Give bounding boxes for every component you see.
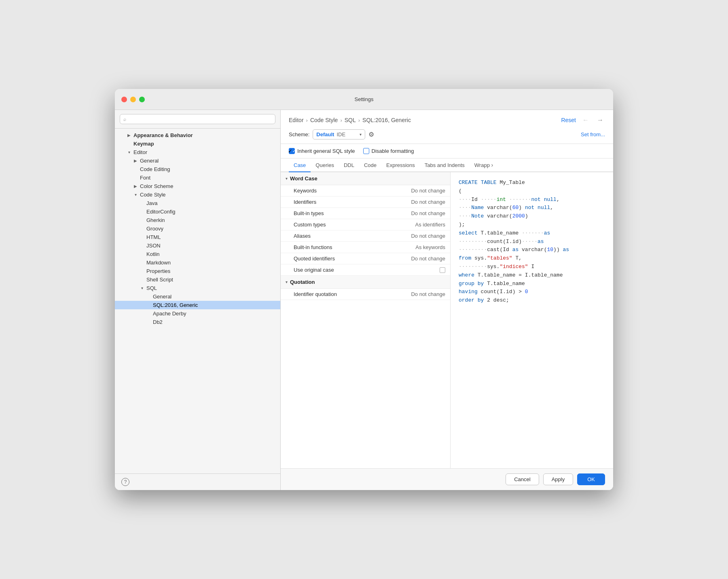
code-line: ·········cast(Id as varchar(10)) as (459, 246, 605, 254)
settings-key-keywords: Keywords (294, 188, 411, 194)
sidebar-item-code-style[interactable]: ▾ Code Style (115, 190, 280, 199)
settings-key-custom-types: Custom types (294, 222, 415, 228)
sidebar-item-label: General (153, 294, 171, 300)
settings-value-keywords: Do not change (411, 188, 445, 194)
settings-row-aliases[interactable]: Aliases Do not change (281, 230, 450, 242)
code-line: ····Note varchar(2000) (459, 212, 605, 221)
nav-forward-button[interactable]: → (595, 116, 605, 125)
breadcrumb-editor: Editor (289, 117, 304, 123)
sidebar-item-label: Keymap (133, 141, 154, 147)
code-line: select T.table_name ·······as (459, 229, 605, 238)
settings-row-builtin-types[interactable]: Built-in types Do not change (281, 208, 450, 219)
main-content-area: ⌕ ▶ Appearance & Behavior Keymap ▾ (115, 110, 613, 490)
sidebar-item-keymap[interactable]: Keymap (115, 139, 280, 148)
search-input[interactable] (129, 116, 272, 122)
sidebar-item-sql-2016-generic[interactable]: SQL:2016, Generic (115, 301, 280, 309)
checkbox-label-disable: Disable formatting (372, 148, 414, 154)
code-preview: CREATE TABLE My_Table ( ····Id ·····int … (451, 172, 613, 468)
maximize-button[interactable] (139, 97, 145, 102)
help-button[interactable]: ? (121, 478, 129, 486)
expand-chevron-icon: ▾ (286, 176, 288, 181)
tab-case[interactable]: Case (289, 159, 311, 172)
tab-code[interactable]: Code (359, 159, 381, 172)
tab-wrapping[interactable]: Wrapp › (470, 158, 498, 172)
tab-expressions[interactable]: Expressions (381, 159, 420, 172)
sidebar-item-properties[interactable]: Properties (115, 267, 280, 275)
sidebar-item-sql-general[interactable]: General (115, 292, 280, 301)
titlebar: Settings (115, 89, 613, 110)
scheme-dropdown[interactable]: Default IDE ▾ (313, 129, 365, 139)
sidebar-item-code-editing[interactable]: Code Editing (115, 165, 280, 173)
tab-queries[interactable]: Queries (311, 159, 339, 172)
sidebar-item-apache-derby[interactable]: Apache Derby (115, 309, 280, 318)
settings-value-custom-types: As identifiers (415, 222, 445, 228)
apply-button[interactable]: Apply (543, 473, 574, 485)
scheme-type: IDE (336, 131, 345, 137)
sidebar-item-shell-script[interactable]: Shell Script (115, 275, 280, 284)
settings-row-identifiers[interactable]: Identifiers Do not change (281, 197, 450, 208)
settings-value-identifier-quotation: Do not change (411, 291, 445, 297)
code-line: ····Name varchar(60) not null, (459, 204, 605, 212)
reset-button[interactable]: Reset (561, 117, 576, 123)
sidebar-item-general[interactable]: ▶ General (115, 156, 280, 165)
nav-back-button[interactable]: ← (581, 116, 590, 125)
sidebar-item-java[interactable]: Java (115, 199, 280, 207)
scheme-name: Default (316, 131, 334, 137)
sidebar-item-label: JSON (146, 243, 161, 249)
sidebar-item-appearance[interactable]: ▶ Appearance & Behavior (115, 131, 280, 139)
word-case-section-header[interactable]: ▾ Word Case (281, 172, 450, 185)
chevron-icon: ▾ (139, 286, 145, 290)
sidebar-item-editorconfig[interactable]: EditorConfig (115, 207, 280, 216)
code-line: CREATE TABLE My_Table (459, 179, 605, 187)
sidebar-item-font[interactable]: Font (115, 173, 280, 182)
sidebar-item-sql[interactable]: ▾ SQL (115, 284, 280, 292)
close-button[interactable] (121, 97, 127, 102)
use-original-case-checkbox[interactable] (440, 267, 445, 273)
sidebar-item-db2[interactable]: Db2 (115, 318, 280, 326)
sidebar-item-json[interactable]: JSON (115, 241, 280, 250)
settings-key-builtin-functions: Built-in functions (294, 244, 415, 250)
code-line: where T.table_name = I.table_name (459, 271, 605, 280)
sidebar-item-label: Java (146, 200, 157, 206)
more-icon: › (491, 162, 493, 168)
sidebar-item-markdown[interactable]: Markdown (115, 258, 280, 267)
settings-row-quoted-identifiers[interactable]: Quoted identifiers Do not change (281, 253, 450, 264)
quotation-section-header[interactable]: ▾ Quotation (281, 276, 450, 289)
settings-row-builtin-functions[interactable]: Built-in functions As keywords (281, 242, 450, 253)
settings-key-identifier-quotation: Identifier quotation (294, 291, 411, 297)
tabs-row: Case Queries DDL Code Expressions Tabs a… (281, 158, 613, 172)
code-line: group by T.table_name (459, 280, 605, 288)
sidebar-item-label: HTML (146, 234, 161, 240)
cancel-button[interactable]: Cancel (506, 473, 539, 485)
ok-button[interactable]: OK (577, 473, 605, 485)
breadcrumb-sql: SQL (345, 117, 356, 123)
sidebar-list: ▶ Appearance & Behavior Keymap ▾ Editor … (115, 129, 280, 473)
set-from-button[interactable]: Set from... (581, 131, 605, 137)
sidebar-item-kotlin[interactable]: Kotlin (115, 250, 280, 258)
disable-formatting-checkbox[interactable]: Disable formatting (363, 148, 414, 154)
sidebar-item-label: SQL (146, 285, 157, 291)
sidebar-item-html[interactable]: HTML (115, 233, 280, 241)
settings-row-custom-types[interactable]: Custom types As identifiers (281, 219, 450, 230)
breadcrumb-current: SQL:2016, Generic (362, 117, 411, 123)
inherit-general-sql-checkbox[interactable]: ✓ Inherit general SQL style (289, 148, 355, 154)
code-line: having count(I.id) > 0 (459, 288, 605, 296)
settings-row-keywords[interactable]: Keywords Do not change (281, 185, 450, 197)
settings-row-identifier-quotation[interactable]: Identifier quotation Do not change (281, 289, 450, 300)
sidebar-item-label: Shell Script (146, 277, 173, 283)
main-panel: Editor › Code Style › SQL › SQL:2016, Ge… (281, 110, 613, 490)
sidebar-item-groovy[interactable]: Groovy (115, 224, 280, 233)
sidebar-item-editor[interactable]: ▾ Editor (115, 148, 280, 156)
code-line: ·········sys."indices" I (459, 263, 605, 271)
tab-ddl[interactable]: DDL (339, 159, 359, 172)
sidebar-item-gherkin[interactable]: Gherkin (115, 216, 280, 224)
sidebar-item-color-scheme[interactable]: ▶ Color Scheme (115, 182, 280, 190)
gear-button[interactable]: ⚙ (368, 131, 374, 138)
sidebar-item-label: SQL:2016, Generic (153, 302, 198, 308)
chevron-icon: ▾ (126, 150, 132, 154)
search-input-wrap[interactable]: ⌕ (120, 114, 275, 124)
tab-tabs-indents[interactable]: Tabs and Indents (420, 159, 470, 172)
minimize-button[interactable] (130, 97, 136, 102)
sidebar-item-label: Editor (133, 149, 147, 155)
settings-row-use-original-case[interactable]: Use original case (281, 264, 450, 276)
